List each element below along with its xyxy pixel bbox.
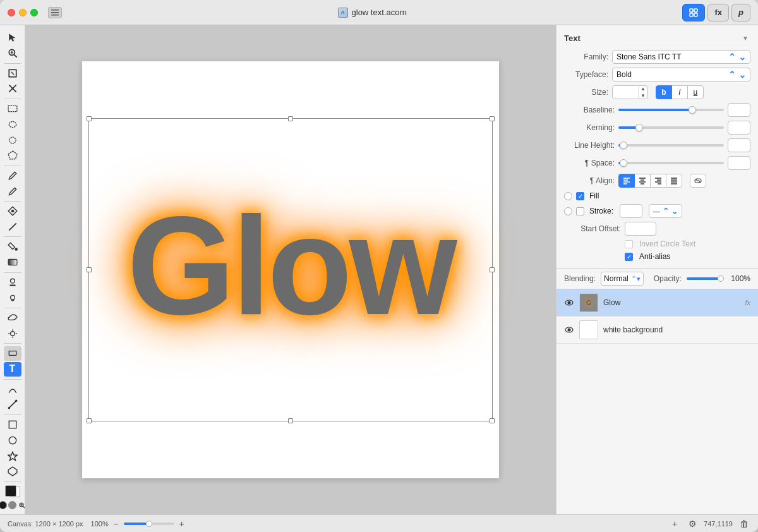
stamp-tool[interactable] [4,275,21,289]
add-layer-button[interactable]: + [668,517,681,530]
zoom-tool-small[interactable] [18,501,25,509]
sun-shape-tool[interactable] [4,326,21,341]
close-button[interactable] [8,9,15,16]
underline-button[interactable]: u [687,85,704,99]
layer-fx-button[interactable]: fx [745,299,750,306]
handle-middle-right[interactable] [490,267,495,272]
align-justify-button[interactable] [666,174,682,188]
zoom-in-button[interactable]: + [177,519,187,529]
rect-select-tool[interactable] [4,102,21,116]
size-input[interactable]: 450 ▲ ▼ [612,85,648,99]
ellipse-select-tool[interactable] [4,117,21,131]
pen-tool[interactable] [4,204,21,219]
vector-line-tool[interactable] [4,397,21,412]
anti-alias-checkbox[interactable]: ✓ [625,253,633,261]
inspector-tool-button[interactable] [682,4,705,21]
transform-tool[interactable] [4,82,21,96]
space-slider[interactable] [618,162,724,164]
italic-button[interactable]: i [671,85,688,99]
line-tool[interactable] [4,220,21,234]
polygon-tool[interactable] [4,464,21,479]
handle-bottom-right[interactable] [490,418,495,423]
zoom-tool[interactable] [4,46,21,61]
fill-radio[interactable] [564,192,572,200]
background-color[interactable] [8,501,16,509]
align-center-button[interactable] [634,174,651,188]
kerning-slider[interactable] [618,126,724,129]
line-height-slider[interactable] [618,144,724,147]
delete-layer-button[interactable]: 🗑 [738,517,750,530]
color-swatch-area[interactable] [4,484,21,499]
p-tool-button[interactable]: p [731,4,750,21]
pencil-tool[interactable] [4,168,21,183]
gradient-tool[interactable] [4,255,21,270]
baseline-thumb[interactable] [689,106,696,114]
size-value[interactable]: 450 [613,88,638,97]
space-value[interactable]: 0 [728,156,750,170]
layer-visibility-glow[interactable] [564,298,574,308]
bezier-tool[interactable] [4,382,21,396]
ellipse-tool[interactable] [4,433,21,447]
family-select[interactable]: Stone Sans ITC TT ⌃ ⌃ [612,50,750,64]
cloud-shape-tool[interactable] [4,311,21,325]
start-offset-value[interactable]: 1 [625,222,656,236]
typeface-select[interactable]: Bold ⌃ ⌃ [612,68,750,82]
settings-button[interactable]: ⚙ [686,517,699,530]
svg-rect-35 [9,421,16,428]
handle-top-center[interactable] [288,116,293,121]
link-button[interactable] [690,174,706,188]
foreground-color[interactable] [0,501,7,509]
smudge-tool[interactable] [4,291,21,305]
fill-checkbox[interactable]: ✓ [576,192,584,200]
fullscreen-button[interactable] [30,9,38,16]
space-thumb[interactable] [620,159,627,167]
stroke-radio[interactable] [564,207,572,215]
handle-middle-left[interactable] [87,267,92,272]
layer-item-glow[interactable]: G Glow fx [556,289,758,317]
blending-select[interactable]: Normal ⌃▾ [601,272,644,286]
text-section-collapse[interactable]: ▼ [740,33,750,43]
opacity-slider[interactable] [687,277,724,280]
handle-bottom-center[interactable] [288,418,293,423]
layer-item-white-bg[interactable]: white background [556,317,758,344]
line-height-thumb[interactable] [620,142,627,149]
opacity-thumb[interactable] [718,275,724,282]
size-up[interactable]: ▲ [639,85,647,92]
stroke-value[interactable]: 0 [620,204,642,218]
handle-top-right[interactable] [490,116,495,121]
family-row: Family: Stone Sans ITC TT ⌃ ⌃ [556,48,758,66]
handle-top-left[interactable] [87,116,92,121]
align-left-button[interactable] [618,174,635,188]
stroke-checkbox[interactable] [576,207,584,215]
size-down[interactable]: ▼ [639,92,647,99]
kerning-thumb[interactable] [635,124,643,131]
canvas-area[interactable]: Glow [25,25,556,514]
polygon-select-tool[interactable] [4,148,21,163]
zoom-slider[interactable] [124,523,174,525]
kerning-value[interactable]: auto [728,121,750,135]
stroke-type-select[interactable]: — ⌃ ⌃ [649,204,682,218]
line-height-value[interactable]: auto [728,138,750,152]
rect-shape-tool[interactable] [4,346,21,361]
lasso-tool[interactable] [4,133,21,147]
brush-tool[interactable] [4,184,21,198]
start-offset-row: Start Offset: 1 [556,220,758,238]
layer-visibility-white-bg[interactable] [564,325,574,335]
zoom-slider-thumb[interactable] [146,521,152,527]
text-tool[interactable]: T [4,362,21,377]
fx-tool-button[interactable]: fx [707,4,729,21]
zoom-out-button[interactable]: − [111,519,121,529]
invert-circle-checkbox[interactable] [625,240,633,248]
sidebar-toggle-button[interactable] [48,7,62,18]
arrow-tool[interactable] [4,30,21,45]
handle-bottom-left[interactable] [87,418,92,423]
rect-tool[interactable] [4,418,21,432]
star-tool[interactable] [4,449,21,463]
baseline-slider[interactable] [618,109,724,111]
paint-bucket-tool[interactable] [4,239,21,254]
bold-button[interactable]: b [656,85,672,99]
align-right-button[interactable] [650,174,666,188]
crop-tool[interactable] [4,66,21,80]
baseline-value[interactable]: 0 [728,103,750,117]
minimize-button[interactable] [19,9,27,16]
